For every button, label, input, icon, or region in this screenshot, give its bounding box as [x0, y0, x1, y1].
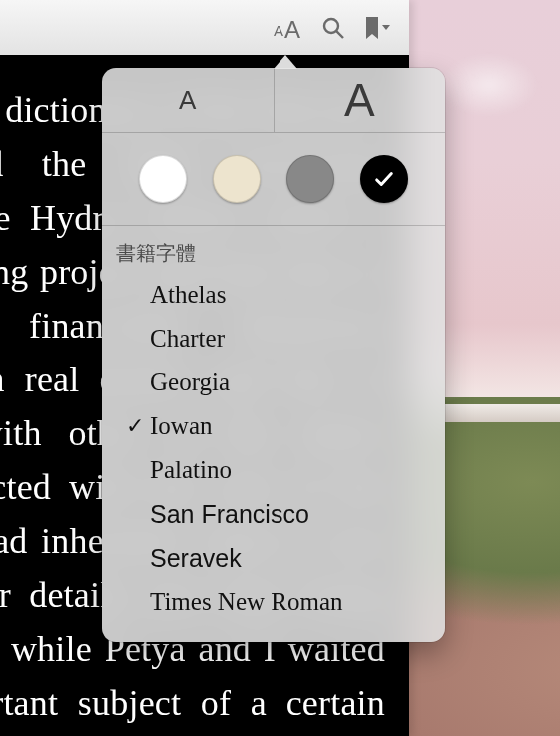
- font-option-label: San Francisco: [150, 500, 309, 529]
- theme-gray-swatch[interactable]: [286, 155, 334, 203]
- theme-row: [102, 133, 445, 226]
- popover-arrow: [274, 55, 297, 69]
- font-option[interactable]: Times New Roman: [102, 580, 445, 624]
- font-option-label: Seravek: [150, 544, 242, 573]
- theme-sepia-swatch[interactable]: [213, 155, 261, 203]
- fonts-header: 書籍字體: [102, 234, 445, 273]
- selected-check-icon: ✓: [120, 413, 150, 439]
- font-list: AthelasCharterGeorgia✓IowanPalatinoSan F…: [102, 273, 445, 624]
- svg-line-3: [336, 31, 343, 38]
- font-option-label: Athelas: [150, 281, 226, 309]
- decrease-font-label: A: [179, 85, 196, 116]
- font-size-row: A A: [102, 68, 445, 133]
- font-option[interactable]: ✓Iowan: [102, 404, 445, 448]
- appearance-popover: A A 書籍字體 AthelasCharterGeorgia✓IowanPala…: [102, 68, 445, 642]
- search-icon[interactable]: [321, 16, 345, 40]
- theme-black-swatch[interactable]: [360, 155, 408, 203]
- font-option[interactable]: Georgia: [102, 361, 445, 404]
- fonts-section: 書籍字體 AthelasCharterGeorgia✓IowanPalatino…: [102, 226, 445, 624]
- font-option[interactable]: Seravek: [102, 536, 445, 580]
- increase-font-button[interactable]: A: [275, 68, 446, 132]
- bookmark-icon[interactable]: [363, 16, 393, 40]
- font-option[interactable]: Athelas: [102, 273, 445, 317]
- font-option[interactable]: Charter: [102, 317, 445, 361]
- increase-font-label: A: [344, 73, 375, 127]
- svg-text:A: A: [284, 16, 300, 41]
- font-option-label: Iowan: [150, 412, 212, 440]
- decrease-font-button[interactable]: A: [102, 68, 275, 132]
- font-option-label: Palatino: [150, 456, 232, 484]
- svg-text:A: A: [274, 22, 283, 39]
- toolbar: A A: [0, 0, 409, 56]
- font-option-label: Charter: [150, 325, 225, 353]
- font-option-label: Times New Roman: [150, 588, 343, 616]
- checkmark-icon: [373, 168, 395, 190]
- font-option-label: Georgia: [150, 368, 230, 396]
- svg-point-2: [324, 19, 338, 33]
- theme-white-swatch[interactable]: [139, 155, 187, 203]
- font-option[interactable]: Palatino: [102, 448, 445, 492]
- appearance-icon[interactable]: A A: [268, 15, 303, 41]
- font-option[interactable]: San Francisco: [102, 492, 445, 536]
